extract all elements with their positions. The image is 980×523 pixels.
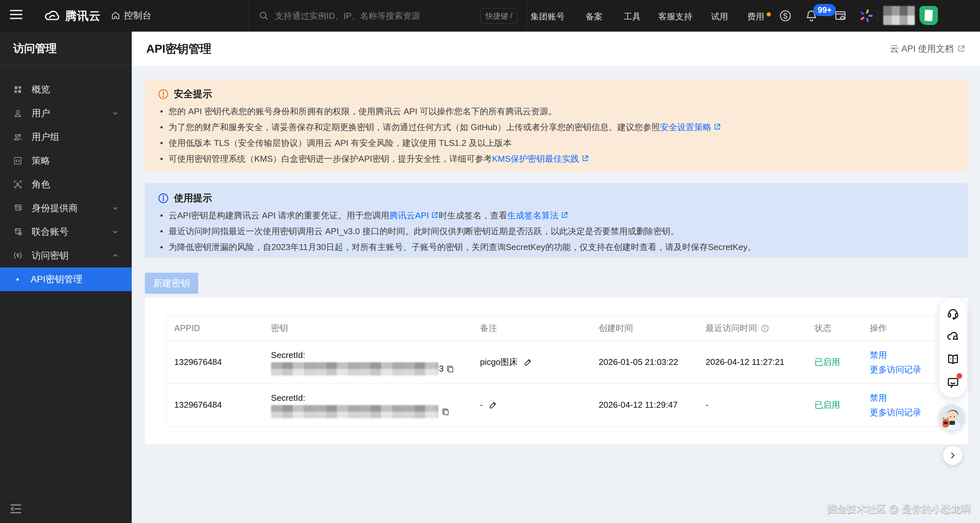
search-input[interactable]	[275, 11, 480, 21]
nav-support[interactable]: 客服支持	[658, 11, 692, 22]
tencent-cloud-logo[interactable]: 腾讯云	[43, 7, 101, 24]
user-icon	[13, 108, 23, 119]
feedback-notice-dot	[957, 373, 962, 379]
table-row: 1329676484 SecretId: 3	[166, 341, 948, 384]
kms-best-practice-link[interactable]: KMS保护密钥最佳实践	[492, 154, 579, 164]
collapse-sidebar-icon[interactable]	[9, 503, 23, 515]
disable-key-link[interactable]: 禁用	[870, 391, 887, 405]
api-doc-link[interactable]: 云 API 使用文档	[890, 43, 966, 55]
billing-notice-dot	[767, 12, 771, 16]
sidebar-item-overview[interactable]: 概览	[0, 78, 132, 102]
edit-remark-icon[interactable]	[488, 400, 498, 410]
sidebar-menu: 概览 用户	[0, 65, 132, 291]
signature-algorithm-link[interactable]: 生成签名算法	[507, 210, 558, 220]
identity-provider-icon	[13, 203, 23, 213]
cell-last-access: -	[698, 384, 807, 426]
nav-billing[interactable]: 费用	[747, 11, 764, 22]
sidebar-item-roles[interactable]: 角色	[0, 173, 132, 196]
create-key-button[interactable]: 新建密钥	[145, 273, 198, 294]
account-name-redacted[interactable]	[883, 6, 915, 25]
chevron-down-icon	[111, 204, 119, 212]
security-bullet-1: 您的 API 密钥代表您的账号身份和所拥有的权限，使用腾讯云 API 可以操作您…	[158, 103, 956, 119]
cell-remark: picgo图床	[472, 341, 591, 384]
headset-support-icon[interactable]	[945, 305, 961, 321]
cell-status: 已启用	[807, 341, 862, 384]
nav-icp-filing[interactable]: 备案	[585, 11, 603, 22]
api-keys-table: APPID 密钥 备注 创建时间 最近访问时间	[166, 316, 948, 426]
sidebar-item-user-groups[interactable]: 用户组	[0, 125, 132, 149]
sidebar-item-api-key-management[interactable]: API密钥管理	[0, 267, 132, 291]
security-bullet-2: 为了您的财产和服务安全，请妥善保存和定期更换密钥，请勿通过任何方式（如 GitH…	[158, 119, 956, 135]
info-circle-icon[interactable]	[760, 324, 770, 333]
usage-bullet-2: 最近访问时间指最近一次使用密钥调用云 API_v3.0 接口的时间。此时间仅供判…	[158, 223, 956, 239]
sidebar-item-identity-providers[interactable]: 身份提供商	[0, 196, 132, 220]
col-created: 创建时间	[591, 316, 697, 341]
table-header-row: APPID 密钥 备注 创建时间 最近访问时间	[166, 316, 948, 341]
floating-toolbar	[939, 298, 967, 397]
global-search: 快捷键 /	[249, 0, 527, 32]
hamburger-menu-icon[interactable]	[10, 10, 22, 22]
external-link-icon	[713, 123, 721, 131]
expand-panel-button[interactable]	[943, 446, 962, 465]
status-badge: 已启用	[815, 400, 840, 410]
cell-status: 已启用	[807, 384, 862, 426]
nav-group-account[interactable]: 集团账号	[530, 11, 565, 22]
info-icon	[158, 192, 169, 204]
cell-last-access: 2026-04-12 11:27:21	[698, 341, 807, 384]
home-icon	[111, 11, 121, 21]
disable-key-link[interactable]: 禁用	[870, 348, 887, 362]
cell-created: 2026-01-05 21:03:22	[591, 341, 697, 384]
feedback-chat-icon[interactable]	[945, 374, 961, 390]
main-area: API密钥管理 云 API 使用文档	[132, 32, 980, 523]
security-policy-link[interactable]: 安全设置策略	[660, 122, 711, 132]
edit-remark-icon[interactable]	[523, 357, 533, 367]
federated-account-icon	[13, 227, 23, 237]
role-icon	[13, 179, 23, 190]
col-appid: APPID	[166, 316, 263, 341]
console-link[interactable]: 控制台	[111, 9, 151, 22]
security-notice: 安全提示 您的 API 密钥代表您的账号身份和所拥有的权限，使用腾讯云 API …	[145, 79, 968, 171]
topbar-divider	[878, 9, 878, 22]
policy-icon	[13, 156, 23, 166]
external-link-icon	[431, 211, 439, 219]
copy-icon[interactable]	[445, 364, 455, 374]
cell-secret: SecretId: 3	[263, 341, 472, 384]
service-s-icon[interactable]	[778, 8, 793, 24]
nav-trial[interactable]: 试用	[711, 11, 728, 22]
colorful-star-icon[interactable]	[858, 8, 874, 24]
external-link-icon	[957, 45, 966, 53]
sidebar-item-policies[interactable]: 策略	[0, 149, 132, 173]
sidebar-item-access-keys[interactable]: 访问密钥	[0, 244, 132, 267]
notification-count-badge[interactable]: 99+	[813, 4, 836, 16]
usage-bullet-1: 云API密钥是构建腾讯云 API 请求的重要凭证。用于您调用腾讯云API时生成签…	[158, 207, 956, 223]
cloud-logo-icon	[43, 7, 60, 24]
access-key-icon	[13, 250, 23, 261]
cloud-api-link[interactable]: 腾讯云API	[389, 210, 429, 220]
topbar: 腾讯云 控制台 快捷键 / 集团账号 备案 工具 客服支持 试用 费用	[0, 0, 980, 32]
assistant-avatar[interactable]	[939, 404, 965, 431]
sidebar: 访问管理 概览 用户	[0, 32, 132, 523]
cell-remark: -	[472, 384, 591, 426]
cloud-alert-icon[interactable]	[945, 328, 961, 344]
sidebar-item-federated-accounts[interactable]: 联合账号	[0, 220, 132, 244]
cell-actions: 禁用 更多访问记录	[862, 341, 947, 384]
miniprogram-badge-icon[interactable]	[920, 6, 938, 25]
chevron-up-icon	[111, 252, 119, 259]
security-notice-list: 您的 API 密钥代表您的账号身份和所拥有的权限，使用腾讯云 API 可以操作您…	[158, 103, 956, 167]
copy-icon[interactable]	[441, 407, 450, 416]
search-shortcut-badge: 快捷键 /	[480, 8, 517, 24]
chevron-down-icon	[111, 109, 119, 117]
search-icon	[258, 11, 269, 21]
brand-name: 腾讯云	[65, 8, 101, 24]
usage-bullet-3: 为降低密钥泄漏的风险，自2023年11月30日起，对所有主账号、子账号的密钥，关…	[158, 239, 956, 255]
more-access-records-link[interactable]: 更多访问记录	[870, 362, 921, 377]
sidebar-item-users[interactable]: 用户	[0, 102, 132, 125]
nav-tools[interactable]: 工具	[624, 11, 641, 22]
cell-appid: 1329676484	[166, 341, 263, 384]
docs-book-icon[interactable]	[945, 351, 961, 367]
col-actions: 操作	[862, 316, 947, 341]
secret-value-redacted	[271, 405, 438, 418]
more-access-records-link[interactable]: 更多访问记录	[870, 405, 921, 420]
keys-table-card: APPID 密钥 备注 创建时间 最近访问时间	[145, 298, 968, 444]
col-remark: 备注	[472, 316, 591, 341]
